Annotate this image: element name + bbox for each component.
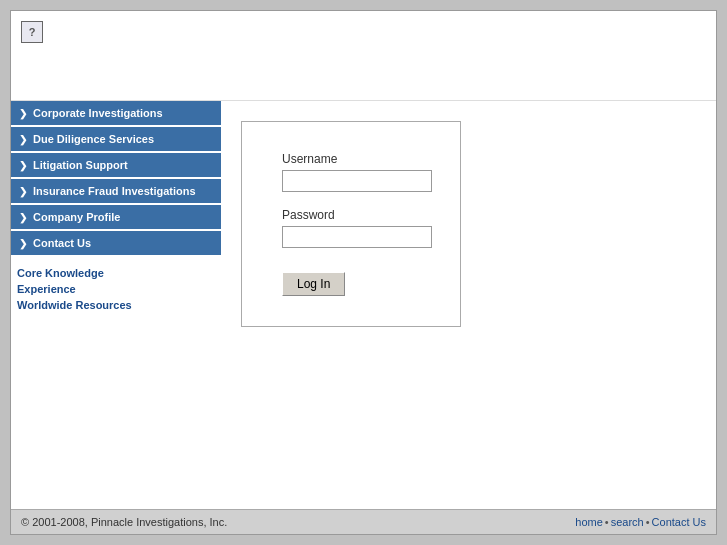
footer-separator: • — [605, 516, 609, 528]
footer: © 2001-2008, Pinnacle Investigations, In… — [11, 509, 716, 534]
nav-items-container: ❯Corporate Investigations❯Due Diligence … — [11, 101, 221, 255]
nav-item-label: Due Diligence Services — [33, 133, 154, 145]
nav-arrow-icon: ❯ — [19, 108, 27, 119]
username-input[interactable] — [282, 170, 432, 192]
nav-item-label: Company Profile — [33, 211, 120, 223]
footer-link-contact-us[interactable]: Contact Us — [652, 516, 706, 528]
nav-item-label: Insurance Fraud Investigations — [33, 185, 196, 197]
nav-item-label: Contact Us — [33, 237, 91, 249]
sidebar-item-due-diligence-services[interactable]: ❯Due Diligence Services — [11, 127, 221, 151]
sidebar-text-link-experience[interactable]: Experience — [17, 281, 215, 297]
nav-item-label: Litigation Support — [33, 159, 128, 171]
sidebar-item-corporate-investigations[interactable]: ❯Corporate Investigations — [11, 101, 221, 125]
login-box: Username Password Log In — [241, 121, 461, 327]
sidebar-item-insurance-fraud-investigations[interactable]: ❯Insurance Fraud Investigations — [11, 179, 221, 203]
footer-link-home[interactable]: home — [575, 516, 603, 528]
nav-arrow-icon: ❯ — [19, 134, 27, 145]
logo-icon: ? — [21, 21, 43, 43]
nav-arrow-icon: ❯ — [19, 238, 27, 249]
sidebar-item-company-profile[interactable]: ❯Company Profile — [11, 205, 221, 229]
password-input[interactable] — [282, 226, 432, 248]
username-label: Username — [282, 152, 420, 166]
nav-item-label: Corporate Investigations — [33, 107, 163, 119]
nav-arrow-icon: ❯ — [19, 212, 27, 223]
sidebar-text-link-core-knowledge[interactable]: Core Knowledge — [17, 265, 215, 281]
nav-arrow-icon: ❯ — [19, 186, 27, 197]
page-wrapper: ? ❯Corporate Investigations❯Due Diligenc… — [10, 10, 717, 535]
header-area: ? — [11, 11, 716, 101]
content-area: Username Password Log In — [221, 101, 716, 509]
password-label: Password — [282, 208, 420, 222]
text-links-container: Core KnowledgeExperienceWorldwide Resour… — [11, 257, 221, 321]
sidebar-item-contact-us[interactable]: ❯Contact Us — [11, 231, 221, 255]
login-button[interactable]: Log In — [282, 272, 345, 296]
footer-separator: • — [646, 516, 650, 528]
sidebar: ❯Corporate Investigations❯Due Diligence … — [11, 101, 221, 509]
main-area: ❯Corporate Investigations❯Due Diligence … — [11, 101, 716, 509]
sidebar-text-link-worldwide-resources[interactable]: Worldwide Resources — [17, 297, 215, 313]
sidebar-item-litigation-support[interactable]: ❯Litigation Support — [11, 153, 221, 177]
nav-arrow-icon: ❯ — [19, 160, 27, 171]
footer-copyright: © 2001-2008, Pinnacle Investigations, In… — [21, 516, 227, 528]
footer-link-search[interactable]: search — [611, 516, 644, 528]
footer-links: home• search• Contact Us — [575, 516, 706, 528]
